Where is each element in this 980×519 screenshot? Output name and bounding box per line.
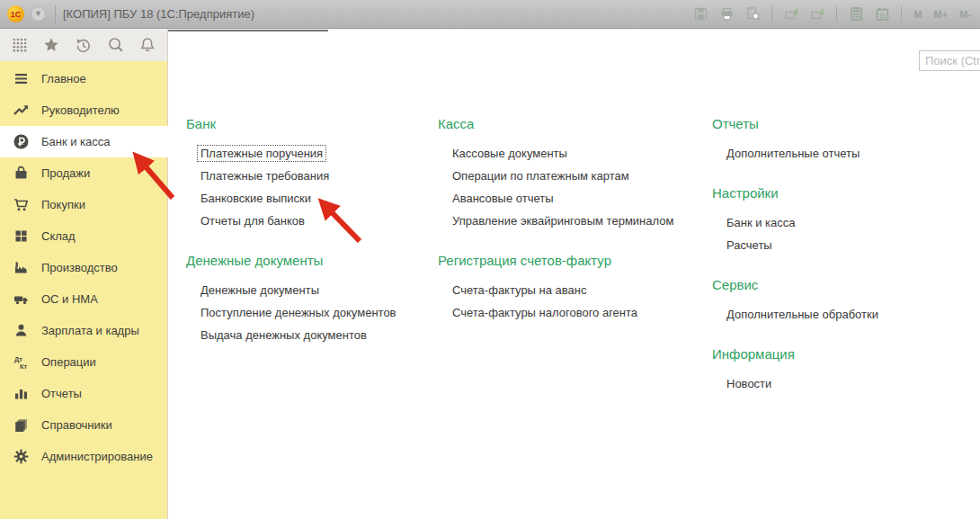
menu-item-vydacha-denezhnyh-dokumentov[interactable]: Выдача денежных документов [186,324,438,346]
menu-item-platezhnye-porucheniya[interactable]: Платежные поручения [186,142,438,165]
save-icon [693,6,708,22]
active-tab-indicator[interactable] [168,29,328,31]
sidebar-item-label: Покупки [41,198,85,211]
menu-item-dopolnitelnye-otchety[interactable]: Дополнительные отчеты [712,142,964,165]
receive-button[interactable] [808,5,826,23]
sidebar-item-sklad[interactable]: Склад [0,220,167,252]
menu-section-servis: Сервис Дополнительные обработки [712,276,964,326]
print-preview-button[interactable] [744,5,762,23]
sidebar-item-label: Справочники [41,418,112,432]
search-button[interactable] [107,36,125,54]
menu-item-postuplenie-denezhnyh-dokumentov[interactable]: Поступление денежных документов [186,301,438,324]
bell-icon [138,36,156,54]
section-title: Денежные документы [186,252,438,270]
menu-item-bankovskie-vypiski[interactable]: Банковские выписки [186,187,438,210]
menu-item-otchety-dlya-bankov[interactable]: Отчеты для банков [186,210,438,232]
print-button[interactable] [717,5,735,23]
calculator-button[interactable] [847,5,865,23]
menu-item-platezhnye-trebovaniya[interactable]: Платежные требования [186,165,438,187]
boxes-icon [12,228,30,245]
receive-icon [810,6,825,22]
section-sidebar: Главное Руководителю Банк и касса Продаж… [0,61,168,519]
memory-m-minus-button[interactable]: M- [958,9,973,20]
gear-icon [12,448,30,465]
sidebar-item-spravochniki[interactable]: Справочники [0,409,167,441]
sidebar-item-label: Операции [41,355,96,369]
sidebar-item-rukovoditelyu[interactable]: Руководителю [0,94,167,126]
print-icon [719,6,735,22]
sidebar-item-label: Зарплата и кадры [41,324,139,337]
sections-grid-button[interactable] [11,36,29,54]
section-title: Банк [186,115,438,133]
menu-item-dopolnitelnye-obrabotki[interactable]: Дополнительные обработки [712,303,964,326]
menu-item-avansovye-otchety[interactable]: Авансовые отчеты [438,187,690,210]
memory-m-plus-button[interactable]: M+ [932,9,950,20]
history-button[interactable] [74,36,93,55]
trend-up-icon [12,102,30,119]
sidebar-item-operacii[interactable]: Дт Кт Операции [0,346,167,378]
menu-section-nastroyki: Настройки Банк и касса Расчеты [712,184,964,256]
grid-dots-icon [11,36,29,54]
sidebar-item-administrirovanie[interactable]: Администрирование [0,441,167,472]
main-menu-button[interactable]: ▼ [31,6,46,22]
sidebar-item-zarplata-i-kadry[interactable]: Зарплата и кадры [0,315,167,346]
menu-item-novosti[interactable]: Новости [712,372,964,395]
sidebar-item-glavnoe[interactable]: Главное [0,63,167,94]
send-button[interactable] [782,5,800,23]
toolbar-divider [901,6,902,22]
sidebar-item-pokupki[interactable]: Покупки [0,189,167,220]
favorites-button[interactable] [42,36,60,54]
sidebar-item-bank-i-kassa[interactable]: Банк и касса [0,126,168,157]
calculator-icon [849,6,864,22]
menu-section-denezhnye-dokumenty: Денежные документы Денежные документы По… [186,252,438,346]
calendar-icon: 31 [875,6,890,22]
sidebar-item-os-i-nma[interactable]: ОС и НМА [0,283,167,315]
history-clock-icon [74,36,93,55]
menu-item-upravlenie-ekvayringovym-terminalom[interactable]: Управление эквайринговым терминалом [438,210,690,232]
section-title: Сервис [712,276,964,294]
ruble-circle-icon [12,133,30,150]
sidebar-item-otchety[interactable]: Отчеты [0,378,167,409]
menu-item-scheta-faktury-na-avans[interactable]: Счета-фактуры на аванс [438,279,690,301]
section-title: Информация [712,345,964,363]
sidebar-item-prodazhi[interactable]: Продажи [0,157,167,189]
search-icon [107,36,125,54]
sidebar-item-label: Главное [41,72,86,85]
section-title: Отчеты [712,115,964,133]
sidebar-tool-row [0,29,168,61]
menu-item-bank-i-kassa-settings[interactable]: Банк и касса [712,211,964,234]
sidebar-item-label: Администрирование [41,450,153,463]
print-preview-icon [745,6,761,22]
sidebar-item-label: Склад [41,229,76,243]
bar-chart-icon [12,385,30,402]
menu-section-registraciya-schetov-faktur: Регистрация счетов-фактур Счета-фактуры … [438,252,690,324]
books-icon [12,416,30,434]
menu-item-kassovye-dokumenty[interactable]: Кассовые документы [438,142,690,165]
menu-item-scheta-faktury-nalogovogo-agenta[interactable]: Счета-фактуры налогового агента [438,301,690,324]
svg-text:31: 31 [879,13,886,19]
dt-kt-icon: Дт Кт [12,353,30,371]
toolbar-divider [836,6,837,22]
star-icon [42,36,60,54]
sidebar-item-label: Банк и касса [41,135,111,148]
sidebar-item-proizvodstvo[interactable]: Производство [0,252,167,283]
menu-item-raschety[interactable]: Расчеты [712,234,964,256]
titlebar: 1С ▼ [КОПИЯ] ПБУ 18 (1С:Предприятие) [0,0,980,29]
memory-m-button[interactable]: M [912,9,923,20]
save-button[interactable] [691,5,709,23]
titlebar-toolbar: 31 M M+ M- [691,5,980,23]
search-input[interactable] [919,50,980,71]
section-function-panel: Банк Платежные поручения Платежные требо… [168,29,980,519]
toolbar-divider [771,6,772,22]
titlebar-separator [55,5,56,23]
window-title: [КОПИЯ] ПБУ 18 (1С:Предприятие) [63,7,254,21]
bag-icon [12,165,30,182]
calendar-button[interactable]: 31 [873,5,891,23]
menu-item-denezhnye-dokumenty[interactable]: Денежные документы [186,279,438,301]
menu-section-bank: Банк Платежные поручения Платежные требо… [186,115,438,232]
menu-section-otchety: Отчеты Дополнительные отчеты [712,115,964,165]
notifications-button[interactable] [138,36,156,54]
menu-section-informaciya: Информация Новости [712,345,964,395]
menu-item-operacii-po-platezhnym-kartam[interactable]: Операции по платежным картам [438,165,690,187]
section-title: Касса [438,115,690,133]
